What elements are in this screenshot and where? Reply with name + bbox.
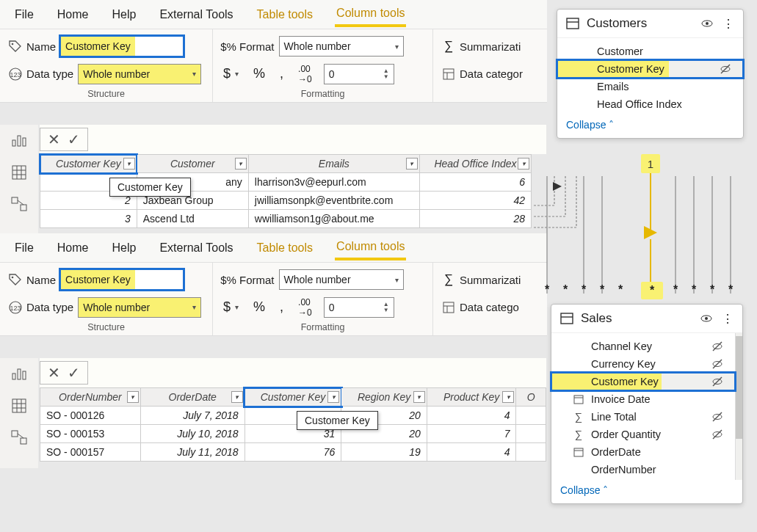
tab-file[interactable]: File — [13, 237, 35, 259]
percent-button[interactable]: % — [250, 66, 268, 81]
tab-table-tools[interactable]: Table tools — [256, 4, 315, 26]
eye-icon[interactable] — [700, 312, 714, 325]
comma-button[interactable]: , — [277, 66, 286, 81]
summarization-label: ∑ Summarizati — [441, 272, 521, 288]
decimals-stepper[interactable]: 0 ▲▼ — [324, 297, 394, 318]
decimal-decrease-button[interactable]: .00→0 — [295, 297, 315, 318]
field-order-date[interactable]: OrderDate — [551, 443, 735, 461]
commit-icon[interactable]: ✓ — [68, 364, 80, 382]
hidden-icon[interactable] — [711, 358, 723, 370]
table-row[interactable]: SO - 000157 July 11, 2018 76 19 4 — [40, 443, 546, 462]
svg-rect-34 — [567, 18, 579, 29]
col-emails[interactable]: Emails ▾ — [248, 155, 419, 173]
comma-button[interactable]: , — [277, 299, 286, 315]
hidden-icon[interactable] — [711, 340, 723, 352]
report-view-icon[interactable] — [8, 362, 30, 385]
filter-icon[interactable]: ▾ — [518, 158, 529, 170]
decimals-stepper[interactable]: 0 ▲▼ — [324, 64, 394, 84]
tab-file[interactable]: File — [13, 4, 35, 26]
table-row[interactable]: SO - 000126 July 7, 2018 20 4 — [40, 407, 546, 425]
filter-icon[interactable]: ▾ — [413, 391, 425, 403]
col-order-date[interactable]: OrderDate▾ — [140, 388, 245, 407]
hidden-icon[interactable] — [711, 411, 723, 423]
decimal-decrease-button[interactable]: .00→0 — [295, 64, 315, 84]
filter-icon[interactable]: ▾ — [327, 391, 339, 403]
svg-line-51 — [713, 377, 722, 386]
report-view-icon[interactable] — [8, 129, 30, 151]
currency-button[interactable]: $ ▾ — [220, 299, 242, 315]
field-invoice-date[interactable]: Invoice Date — [551, 390, 735, 408]
svg-rect-7 — [18, 136, 21, 146]
filter-icon[interactable]: ▾ — [235, 158, 247, 170]
svg-rect-6 — [12, 140, 15, 146]
name-input[interactable]: Customer Key — [60, 36, 184, 57]
tab-column-tools[interactable]: Column tools — [335, 2, 406, 27]
hidden-icon[interactable] — [711, 376, 723, 387]
field-customer-key[interactable]: Customer Key — [557, 60, 743, 78]
commit-icon[interactable]: ✓ — [68, 131, 80, 148]
data-view-icon[interactable] — [8, 395, 30, 417]
tab-external-tools[interactable]: External Tools — [158, 237, 234, 259]
hidden-icon[interactable] — [720, 63, 731, 75]
more-icon[interactable]: ⋮ — [721, 17, 736, 31]
table-row[interactable]: SO - 000153 July 10, 2018 31 20 7 — [40, 425, 546, 443]
field-order-quantity[interactable]: ∑ Order Quantity — [551, 426, 735, 443]
filter-icon[interactable]: ▾ — [127, 391, 139, 403]
field-customer-key[interactable]: Customer Key — [551, 373, 735, 390]
svg-rect-26 — [12, 399, 26, 412]
field-customer[interactable]: Customer — [557, 43, 743, 60]
collapse-link[interactable]: Collapse ˄ — [551, 480, 742, 503]
tab-help[interactable]: Help — [110, 4, 137, 26]
svg-point-37 — [706, 22, 709, 25]
currency-button[interactable]: $ ▾ — [220, 66, 242, 81]
filter-icon[interactable]: ▾ — [406, 158, 418, 170]
col-cut[interactable]: O — [516, 388, 546, 407]
scrollbar[interactable] — [735, 333, 742, 480]
field-emails[interactable]: Emails — [557, 78, 743, 95]
data-view-icon[interactable] — [8, 161, 30, 183]
more-icon[interactable]: ⋮ — [720, 312, 735, 326]
panel-title: Customers — [587, 16, 695, 31]
panel-title: Sales — [581, 311, 694, 326]
tab-home[interactable]: Home — [56, 237, 90, 259]
col-product-key[interactable]: Product Key▾ — [427, 388, 516, 407]
tab-home[interactable]: Home — [56, 4, 90, 26]
name-input[interactable]: Customer Key — [60, 269, 184, 290]
datatype-select[interactable]: Whole number▾ — [78, 297, 201, 318]
filter-icon[interactable]: ▾ — [502, 391, 514, 403]
cancel-icon[interactable]: ✕ — [48, 364, 60, 382]
svg-line-33 — [18, 434, 23, 438]
relationship-diagram: 1 * * * * * * * * * * — [547, 154, 753, 308]
col-region-key[interactable]: Region Key▾ — [341, 388, 427, 407]
col-customer-key[interactable]: Customer Key ▾ — [40, 155, 137, 173]
field-order-number[interactable]: OrderNumber — [551, 461, 735, 478]
svg-rect-42 — [561, 313, 573, 324]
eye-icon[interactable] — [700, 17, 715, 30]
cardinality-many: * — [673, 283, 678, 296]
hidden-icon[interactable] — [711, 429, 723, 440]
collapse-link[interactable]: Collapse ˄ — [557, 114, 743, 138]
field-head-office[interactable]: Head Office Index — [557, 95, 743, 113]
field-line-total[interactable]: ∑ Line Total — [551, 408, 735, 426]
datatype-select[interactable]: Whole number▾ — [78, 64, 201, 84]
model-view-icon[interactable] — [8, 427, 30, 449]
model-view-icon[interactable] — [8, 194, 30, 216]
table-row[interactable]: 3 Ascend Ltd wwilliamson1g@about.me 28 — [40, 210, 532, 228]
percent-button[interactable]: % — [250, 299, 268, 315]
tab-help[interactable]: Help — [110, 237, 137, 259]
filter-icon[interactable]: ▾ — [231, 391, 243, 403]
cardinality-many: * — [600, 283, 604, 296]
col-customer[interactable]: Customer ▾ — [137, 155, 248, 173]
format-select[interactable]: Whole number▾ — [279, 269, 404, 290]
col-head-office-index[interactable]: Head Office Index ▾ — [419, 155, 531, 173]
tab-external-tools[interactable]: External Tools — [158, 4, 234, 26]
col-customer-key[interactable]: Customer Key▾ — [245, 388, 341, 407]
col-order-number[interactable]: OrderNumber▾ — [40, 388, 141, 407]
format-select[interactable]: Whole number▾ — [279, 36, 404, 57]
cancel-icon[interactable]: ✕ — [48, 131, 60, 148]
field-channel-key[interactable]: Channel Key — [551, 338, 735, 355]
field-currency-key[interactable]: Currency Key — [551, 355, 735, 373]
tab-table-tools[interactable]: Table tools — [256, 237, 315, 259]
filter-icon[interactable]: ▾ — [123, 158, 135, 170]
tab-column-tools[interactable]: Column tools — [335, 236, 406, 260]
